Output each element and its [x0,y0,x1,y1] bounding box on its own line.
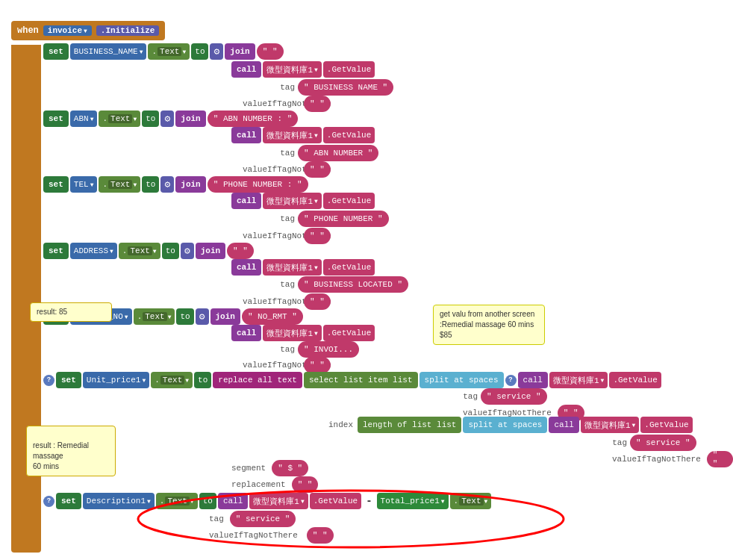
tag-value-6[interactable]: " service " [481,388,547,405]
select-list-item-block[interactable]: select list item list [304,372,418,388]
business-name-var[interactable]: BUSINESS_NAME ▼ [70,43,147,60]
valtag-value-index[interactable]: " " [707,451,733,467]
getvalue-label-index[interactable]: .GetValue [640,417,692,433]
valtag-label-1: valueIfTagNotThere [243,99,295,108]
set-block-4[interactable]: set [43,243,69,259]
address-var[interactable]: ADDRESS ▼ [70,243,117,259]
text-dot-total[interactable]: . Text ▼ [450,493,492,509]
tag-value-4[interactable]: " BUSINESS LOCATED " [298,276,408,293]
join-block-2[interactable]: join [175,111,205,127]
tag-row-2: tag " ABN NUMBER " [243,145,378,161]
gear-block-1[interactable]: ⚙ [210,43,223,60]
call-row-5: call 微型資料庫1 ▼ .GetValue [231,325,375,341]
text-dot-6[interactable]: . Text ▼ [151,372,193,388]
initialize-block[interactable]: .Initialize [96,25,160,36]
getvalue-label-6[interactable]: .GetValue [609,372,661,388]
getvalue-label-4[interactable]: .GetValue [323,259,375,276]
getvalue-label-3[interactable]: .GetValue [323,193,375,209]
tag-value-5[interactable]: " INVOI... [298,341,359,358]
getvalue-label-7[interactable]: .GetValue [310,493,361,509]
gear-block-5[interactable]: ⚙ [196,308,209,325]
getvalue-label-1[interactable]: .GetValue [323,61,375,78]
ds-label-index[interactable]: 微型資料庫1 ▼ [581,417,639,433]
text-dot-2[interactable]: . Text ▼ [99,111,140,127]
ds-label-2[interactable]: 微型資料庫1 ▼ [263,127,321,143]
call-label-4: call [231,259,261,276]
valtag-label-index: valueIfTagNotThere [612,455,701,464]
tag-row-4: tag " BUSINESS LOCATED " [243,276,408,293]
row-address: set ADDRESS ▼ . Text ▼ to ⚙ join " " [43,243,254,259]
tag-value-3[interactable]: " PHONE NUMBER " [298,211,389,227]
text-dot-7[interactable]: . Text ▼ [156,493,198,509]
split-at-spaces-block[interactable]: split at spaces [419,372,504,388]
valtag-label-2: valueIfTagNotThere [243,165,295,174]
ds-label-5[interactable]: 微型資料庫1 ▼ [263,325,321,341]
abn-var[interactable]: ABN ▼ [70,111,98,127]
length-of-list-block[interactable]: length of list list [358,417,461,433]
replacement-value[interactable]: " " [292,476,319,493]
valtag-value-4[interactable]: " " [304,293,331,310]
tag-value-index[interactable]: " service " [630,435,696,451]
gear-block-4[interactable]: ⚙ [181,243,194,259]
call-label-1: call [231,61,261,78]
string-address[interactable]: " " [227,243,254,259]
valtag-label-5: valueIfTagNotThere [243,361,295,370]
text-dot-1[interactable]: . Text ▼ [148,43,190,60]
ds-label-1[interactable]: 微型資料庫1 ▼ [263,61,321,78]
to-label-5: to [176,308,193,325]
replace-all-text-block[interactable]: replace all text [213,372,302,388]
text-dot-5[interactable]: . Text ▼ [134,308,175,325]
getvalue-label-5[interactable]: .GetValue [323,325,375,341]
join-block-5[interactable]: join [210,308,240,325]
to-label-4: to [162,243,179,259]
question-icon-3[interactable]: ? [43,496,54,507]
question-icon-1[interactable]: ? [43,375,54,386]
ds-label-4[interactable]: 微型資料庫1 ▼ [263,259,321,276]
dropdown-arrow[interactable]: ▼ [84,28,87,34]
string-no-rmt[interactable]: " NO_RMT " [242,308,303,325]
total-price-var[interactable]: Total_price1 ▼ [377,493,449,509]
invoice-pill[interactable]: invoice ▼ [43,25,92,36]
valtag-value-7[interactable]: " " [307,527,334,544]
valtag-row-1: valueIfTagNotThere " " [243,96,331,112]
ds-label-3[interactable]: 微型資料庫1 ▼ [263,193,321,209]
string-space-1[interactable]: " " [257,43,284,60]
valtag-row-2: valueIfTagNotThere " " [243,161,331,178]
question-icon-2[interactable]: ? [505,375,517,386]
join-block-4[interactable]: join [196,243,225,259]
when-block[interactable]: when invoice ▼ .Initialize [11,21,165,40]
set-block-1[interactable]: set [43,43,69,60]
set-block-7[interactable]: set [56,493,81,509]
string-abn[interactable]: " ABN NUMBER : " [208,111,299,127]
tag-value-7[interactable]: " service " [230,511,296,527]
valtag-value-5[interactable]: " " [304,357,331,373]
split-at-spaces-2[interactable]: split at spaces [463,417,547,433]
text-dot-4[interactable]: . Text ▼ [119,243,160,259]
valtag-value-2[interactable]: " " [304,161,331,178]
tag-value-1[interactable]: " BUSINESS NAME " [298,79,393,96]
set-block-2[interactable]: set [43,111,69,127]
text-dot-3[interactable]: . Text ▼ [99,176,140,193]
set-block-6[interactable]: set [56,372,81,388]
row-abn: set ABN ▼ . Text ▼ to ⚙ join " ABN NUMBE… [43,111,298,127]
getvalue-label-2[interactable]: .GetValue [323,127,375,143]
tag-value-2[interactable]: " ABN NUMBER " [298,145,378,161]
valtag-row-5: valueIfTagNotThere " " [243,357,331,373]
description-var[interactable]: Description1 ▼ [83,493,155,509]
ds-label-7[interactable]: 微型資料庫1 ▼ [249,493,308,509]
gear-block-3[interactable]: ⚙ [160,176,174,193]
segment-value[interactable]: " $ " [272,460,308,476]
string-tel[interactable]: " PHONE NUMBER : " [208,176,308,193]
unit-price-var[interactable]: Unit_price1 ▼ [83,372,149,388]
gear-block-2[interactable]: ⚙ [160,111,174,127]
valtag-row-7: valueIfTagNotThere " " [209,527,334,544]
join-block-1[interactable]: join [225,43,255,60]
join-block-3[interactable]: join [175,176,205,193]
tel-var[interactable]: TEL ▼ [70,176,98,193]
call-block-6: call [518,372,548,388]
set-block-3[interactable]: set [43,176,69,193]
tag-row-7: tag " service " [209,511,296,527]
valtag-value-1[interactable]: " " [304,96,331,112]
ds-label-6[interactable]: 微型資料庫1 ▼ [549,372,608,388]
valtag-value-3[interactable]: " " [304,228,331,244]
